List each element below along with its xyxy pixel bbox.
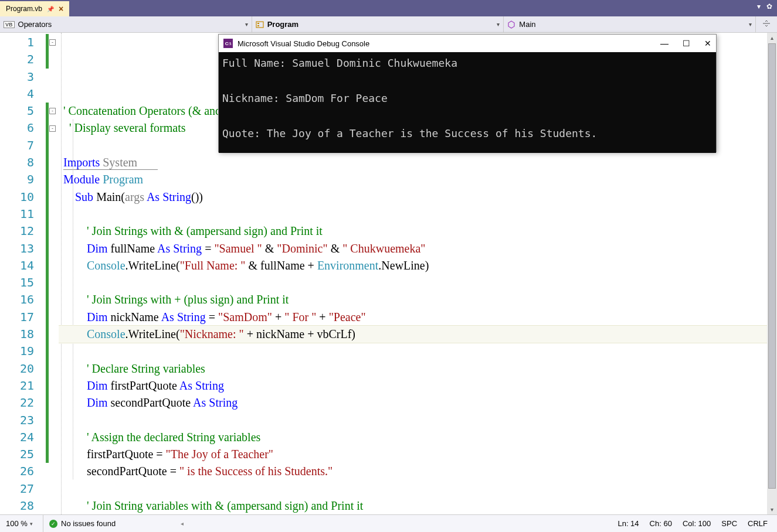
horizontal-scroll-left-icon[interactable]: ◂	[177, 519, 186, 528]
code-line[interactable]	[59, 343, 777, 360]
outline-collapse-icon[interactable]: -	[49, 125, 56, 132]
line-number: 1	[0, 34, 34, 51]
pin-icon[interactable]: 📌	[47, 6, 54, 12]
minimize-button[interactable]: —	[660, 39, 669, 48]
eol-indicator[interactable]: CRLF	[748, 519, 768, 528]
code-line[interactable]: Dim fullName As String = "Samuel " & "Do…	[59, 240, 777, 257]
line-number: 23	[0, 412, 34, 429]
margin-line	[43, 86, 59, 103]
line-number: 22	[0, 394, 34, 411]
split-view-button[interactable]	[756, 16, 777, 32]
code-line[interactable]: Dim nickName As String = "SamDom" + " Fo…	[59, 309, 777, 326]
code-line[interactable]: Sub Main(args As String())	[59, 189, 777, 206]
code-line[interactable]	[59, 412, 777, 429]
file-tab[interactable]: Program.vb 📌 ×	[0, 1, 69, 16]
chevron-down-icon: ▾	[245, 21, 248, 28]
scope-dropdown[interactable]: VB Operators ▾	[0, 16, 252, 32]
line-number: 3	[0, 69, 34, 86]
margin-line	[43, 69, 59, 86]
line-number: 25	[0, 446, 34, 463]
code-line[interactable]: Dim secondPartQuote As String	[59, 394, 777, 411]
split-icon	[762, 19, 771, 29]
zoom-dropdown[interactable]: 100 % ▾	[2, 515, 43, 532]
line-indicator[interactable]: Ln: 14	[617, 519, 639, 528]
issues-text: No issues found	[61, 519, 116, 528]
line-number: 11	[0, 206, 34, 223]
chevron-down-icon: ▾	[749, 21, 752, 28]
col-indicator[interactable]: Col: 100	[683, 519, 711, 528]
console-output[interactable]: Full Name: Samuel Dominic Chukwuemeka Ni…	[219, 52, 716, 153]
code-line[interactable]: ' Join Strings with & (ampersand sign) a…	[59, 223, 777, 240]
change-marker	[46, 103, 49, 463]
chevron-down-icon: ▾	[497, 21, 500, 28]
class-dropdown[interactable]: Program ▾	[252, 16, 504, 32]
scroll-down-arrow[interactable]: ▾	[767, 504, 777, 514]
vertical-scrollbar[interactable]: ▴ ▾	[767, 33, 777, 514]
debug-console-window[interactable]: C:\ Microsoft Visual Studio Debug Consol…	[218, 34, 717, 152]
code-line[interactable]: Dim firstPartQuote As String	[59, 377, 777, 394]
console-line	[222, 107, 712, 125]
class-label: Program	[267, 20, 298, 29]
code-line[interactable]: Imports System	[59, 154, 777, 171]
insert-mode-indicator[interactable]: SPC	[721, 519, 737, 528]
console-titlebar[interactable]: C:\ Microsoft Visual Studio Debug Consol…	[219, 35, 716, 52]
line-number: 21	[0, 377, 34, 394]
code-line[interactable]: firstPartQuote = "The Joy of a Teacher"	[59, 446, 777, 463]
code-editor[interactable]: 1234567891011121314151617181920212223242…	[0, 33, 777, 514]
line-number: 5	[0, 103, 34, 120]
margin-line	[43, 497, 59, 514]
line-number: 26	[0, 463, 34, 480]
tab-overflow-icon[interactable]: ▾	[757, 2, 761, 11]
outline-margin: ---	[43, 33, 59, 514]
console-line: Nickname: SamDom For Peace	[222, 90, 712, 107]
maximize-button[interactable]: ☐	[683, 39, 690, 48]
console-title-text: Microsoft Visual Studio Debug Console	[237, 39, 369, 48]
vs-console-icon: C:\	[223, 39, 233, 48]
code-line[interactable]: Module Program	[59, 171, 777, 188]
line-number: 16	[0, 291, 34, 308]
svg-rect-1	[257, 23, 259, 24]
line-number: 24	[0, 429, 34, 446]
code-line[interactable]	[59, 480, 777, 497]
scrollbar-thumb[interactable]	[768, 43, 776, 489]
scroll-up-arrow[interactable]: ▴	[767, 33, 777, 43]
chevron-down-icon: ▾	[30, 521, 33, 527]
code-line[interactable]: ' Join String variables with & (ampersan…	[59, 497, 777, 514]
method-icon	[507, 21, 515, 29]
outline-collapse-icon[interactable]: -	[49, 108, 56, 114]
member-dropdown[interactable]: Main ▾	[504, 16, 756, 32]
margin-line	[43, 480, 59, 497]
svg-rect-2	[257, 25, 259, 26]
line-number: 9	[0, 171, 34, 188]
code-line[interactable]: secondPartQuote = " is the Success of hi…	[59, 463, 777, 480]
line-number: 18	[0, 326, 34, 343]
line-number: 10	[0, 189, 34, 206]
close-button[interactable]: ✕	[704, 39, 711, 48]
console-line: Full Name: Samuel Dominic Chukwuemeka	[222, 54, 712, 72]
close-icon[interactable]: ×	[59, 4, 63, 13]
line-number: 17	[0, 309, 34, 326]
code-line[interactable]: ' Join Strings with + (plus sign) and Pr…	[59, 291, 777, 308]
code-line[interactable]: Console.WriteLine("Nickname: " + nickNam…	[59, 326, 777, 343]
line-number-gutter: 1234567891011121314151617181920212223242…	[0, 33, 43, 514]
line-number: 4	[0, 86, 34, 103]
code-line[interactable]: ' Declare String variables	[59, 360, 777, 377]
window-settings-icon[interactable]: ✿	[766, 2, 772, 11]
member-label: Main	[519, 20, 535, 29]
code-line[interactable]: ' Assign the declared String variables	[59, 429, 777, 446]
svg-rect-0	[256, 22, 263, 28]
line-number: 12	[0, 223, 34, 240]
line-number: 6	[0, 120, 34, 137]
code-line[interactable]	[59, 206, 777, 223]
issues-indicator[interactable]: ✓ No issues found	[43, 519, 121, 528]
tab-bar: Program.vb 📌 × ▾ ✿	[0, 0, 777, 16]
outline-collapse-icon[interactable]: -	[49, 39, 56, 46]
line-number: 13	[0, 240, 34, 257]
line-number: 27	[0, 480, 34, 497]
code-line[interactable]	[59, 274, 777, 291]
tab-filename: Program.vb	[6, 5, 42, 13]
char-indicator[interactable]: Ch: 60	[650, 519, 672, 528]
line-number: 7	[0, 137, 34, 154]
margin-line	[43, 463, 59, 480]
code-line[interactable]: Console.WriteLine("Full Name: " & fullNa…	[59, 257, 777, 274]
